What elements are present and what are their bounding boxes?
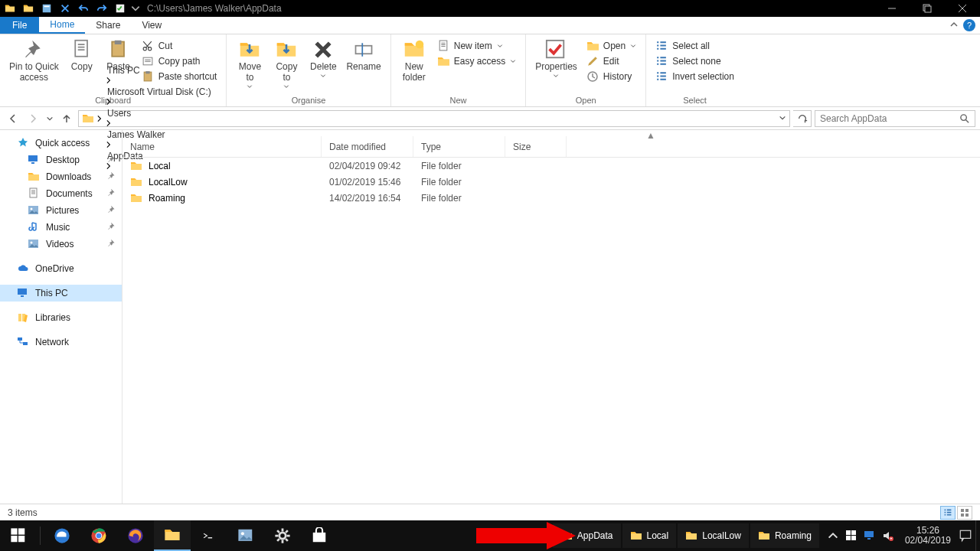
- file-tab[interactable]: File: [0, 17, 39, 34]
- quick-access-toolbar: [0, 0, 141, 17]
- qat-folder2-icon[interactable]: [20, 0, 37, 17]
- file-row[interactable]: LocalLow01/02/2019 15:46File folder: [122, 174, 980, 190]
- svg-rect-33: [961, 509, 964, 512]
- thumbnails-view-button[interactable]: [957, 506, 972, 520]
- new-folder-button[interactable]: New folder: [396, 36, 433, 86]
- qat-folder1-icon[interactable]: [2, 0, 18, 17]
- nav-pinned-pictures[interactable]: Pictures: [0, 202, 122, 219]
- taskbar-explorer[interactable]: [154, 520, 191, 551]
- qat-checklist-icon[interactable]: [112, 0, 129, 17]
- address-dropdown-icon[interactable]: [776, 113, 789, 124]
- taskbar-clock[interactable]: 15:2602/04/2019: [900, 526, 956, 546]
- view-tab[interactable]: View: [131, 17, 172, 34]
- organise-group-label: Organise: [231, 94, 385, 106]
- share-tab[interactable]: Share: [85, 17, 131, 34]
- select-all-button[interactable]: Select all: [651, 39, 739, 53]
- invert-selection-button[interactable]: Invert selection: [651, 70, 739, 83]
- tray-overflow-icon[interactable]: [827, 530, 839, 542]
- back-button[interactable]: [5, 110, 21, 127]
- select-none-button[interactable]: Select none: [651, 54, 739, 68]
- search-box[interactable]: [815, 110, 975, 127]
- breadcrumb-2[interactable]: Users: [105, 108, 214, 119]
- nav-quick-access[interactable]: Quick access: [0, 135, 122, 152]
- edit-button[interactable]: Edit: [582, 54, 641, 68]
- nav-libraries[interactable]: Libraries: [0, 309, 122, 326]
- refresh-button[interactable]: [793, 110, 812, 127]
- taskbar-settings[interactable]: [264, 520, 301, 551]
- properties-button[interactable]: Properties: [531, 36, 582, 83]
- easy-access-button[interactable]: Easy access: [433, 54, 521, 68]
- tray-volume-icon[interactable]: [882, 530, 894, 542]
- file-row[interactable]: Local02/04/2019 09:42File folder: [122, 158, 980, 174]
- system-tray: [821, 530, 900, 542]
- titlebar: C:\Users\James Walker\AppData: [0, 0, 980, 17]
- file-row[interactable]: Roaming14/02/2019 16:54File folder: [122, 190, 980, 206]
- taskbar-photos[interactable]: [227, 520, 264, 551]
- nav-onedrive[interactable]: OneDrive: [0, 260, 122, 277]
- breadcrumb-1[interactable]: Microsoft Virtual Disk (C:): [105, 86, 214, 97]
- new-item-button[interactable]: New item: [433, 39, 521, 53]
- qat-undo-icon[interactable]: [75, 0, 92, 17]
- folder-icon: [130, 160, 142, 172]
- delete-button[interactable]: Delete: [305, 36, 341, 83]
- copy-button[interactable]: Copy: [64, 36, 100, 76]
- taskbar: AppDataLocalLocalLowRoaming 15:2602/04/2…: [0, 520, 980, 551]
- file-list-pane: ▲ Name Date modified Type Size Local02/0…: [122, 130, 980, 504]
- svg-rect-29: [925, 6, 931, 12]
- collapse-ribbon-icon[interactable]: [949, 20, 959, 31]
- pin-icon: [107, 171, 116, 182]
- qat-dropdown-icon[interactable]: [130, 0, 141, 17]
- taskbar-firefox[interactable]: [117, 520, 154, 551]
- nav-pinned-music[interactable]: Music: [0, 219, 122, 236]
- tray-network-icon[interactable]: [864, 530, 876, 542]
- col-date[interactable]: Date modified: [322, 136, 413, 157]
- action-center-icon[interactable]: [959, 529, 972, 543]
- show-desktop-button[interactable]: [975, 520, 980, 551]
- nav-pinned-downloads[interactable]: Downloads: [0, 168, 122, 185]
- minimize-button[interactable]: [874, 0, 910, 17]
- nav-pinned-documents[interactable]: Documents: [0, 185, 122, 202]
- pin-to-quick-access-button[interactable]: Pin to Quick access: [5, 36, 64, 86]
- qat-delete-icon[interactable]: [57, 0, 74, 17]
- taskbar-store[interactable]: [301, 520, 338, 551]
- up-button[interactable]: [58, 110, 75, 127]
- close-button[interactable]: [945, 0, 980, 17]
- tray-defender-icon[interactable]: [845, 530, 858, 542]
- taskbar-window-appdata[interactable]: AppData: [553, 523, 621, 548]
- taskbar-chrome[interactable]: [80, 520, 117, 551]
- maximize-button[interactable]: [910, 0, 945, 17]
- nav-pinned-desktop[interactable]: Desktop: [0, 152, 122, 168]
- forward-button[interactable]: [24, 110, 41, 127]
- col-name[interactable]: Name: [122, 136, 322, 157]
- recent-dropdown-icon[interactable]: [44, 110, 55, 127]
- svg-rect-31: [356, 46, 372, 54]
- taskbar-edge[interactable]: [44, 520, 80, 551]
- qat-properties-icon[interactable]: [38, 0, 55, 17]
- svg-point-32: [416, 41, 424, 49]
- rename-button[interactable]: Rename: [341, 36, 385, 76]
- start-button[interactable]: [0, 520, 37, 551]
- nav-network[interactable]: Network: [0, 334, 122, 350]
- taskbar-window-group: AppDataLocalLocalLowRoaming: [553, 520, 821, 551]
- address-bar[interactable]: This PCMicrosoft Virtual Disk (C:)UsersJ…: [78, 110, 790, 127]
- cut-button[interactable]: Cut: [137, 39, 222, 53]
- help-button[interactable]: ?: [963, 19, 975, 31]
- col-type[interactable]: Type: [413, 136, 505, 157]
- taskbar-terminal[interactable]: [191, 520, 227, 551]
- home-tab[interactable]: Home: [39, 17, 85, 34]
- taskbar-window-local[interactable]: Local: [622, 523, 677, 548]
- column-headers: Name Date modified Type Size: [122, 136, 980, 158]
- details-view-button[interactable]: [940, 506, 956, 520]
- taskbar-window-roaming[interactable]: Roaming: [750, 523, 819, 548]
- copy-to-button[interactable]: Copy to: [268, 36, 305, 94]
- search-input[interactable]: [820, 113, 955, 124]
- nav-this-pc[interactable]: This PC: [0, 285, 122, 302]
- open-button[interactable]: Open: [582, 39, 641, 53]
- taskbar-window-locallow[interactable]: LocalLow: [678, 523, 749, 548]
- qat-redo-icon[interactable]: [93, 0, 110, 17]
- breadcrumb-0[interactable]: This PC: [105, 65, 214, 76]
- history-button[interactable]: History: [582, 70, 641, 83]
- nav-pinned-videos[interactable]: Videos: [0, 236, 122, 253]
- move-to-button[interactable]: Move to: [231, 36, 268, 94]
- col-size[interactable]: Size: [505, 136, 567, 157]
